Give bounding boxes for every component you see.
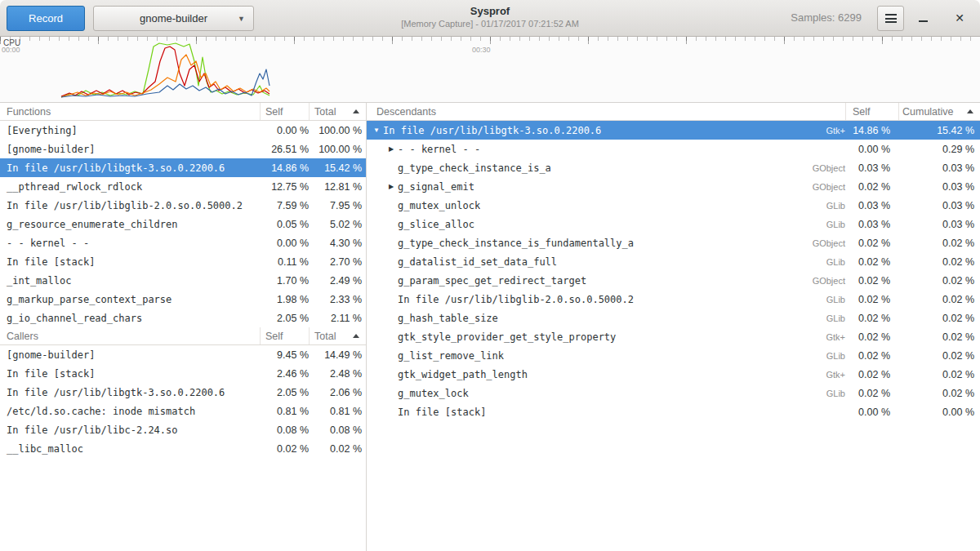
table-row[interactable]: gtk_style_provider_get_style_propertyGtk… (367, 327, 980, 346)
column-header-self[interactable]: Self (260, 103, 309, 120)
row-library-label: GLib (826, 257, 845, 267)
table-row[interactable]: [gnome-builder]9.45 %14.49 % (0, 345, 366, 364)
row-self-value: 0.03 % (845, 219, 898, 230)
table-row[interactable]: In file /usr/lib/libgtk-3.so.0.2200.62.0… (0, 383, 366, 402)
row-function-name: In file /usr/lib/libglib-2.0.so.0.5000.2 (398, 294, 634, 305)
expander-icon[interactable]: ▼ (370, 121, 383, 140)
cpu-timeline[interactable]: CPU 00:00 00:30 (0, 37, 980, 103)
table-row[interactable]: __pthread_rwlock_rdlock12.75 %12.81 % (0, 177, 366, 196)
expander-icon[interactable]: ▶ (385, 140, 398, 158)
window-subtitle: [Memory Capture] - 01/17/2017 07:21:52 A… (401, 19, 579, 29)
row-self-value: 0.00 % (845, 407, 898, 418)
table-row[interactable]: /etc/ld.so.cache: inode mismatch0.81 %0.… (0, 402, 366, 420)
table-row[interactable]: g_param_spec_get_redirect_targetGObject0… (367, 271, 980, 290)
sort-indicator-icon (967, 109, 973, 113)
table-row[interactable]: g_io_channel_read_chars2.05 %2.11 % (0, 309, 366, 327)
row-library-label: GLib (826, 295, 845, 304)
table-row[interactable]: g_datalist_id_set_data_fullGLib0.02 %0.0… (367, 252, 980, 271)
window-title: Sysprof (401, 5, 579, 17)
table-row[interactable]: In file [stack]2.46 %2.48 % (0, 364, 366, 383)
table-row[interactable]: ▼In file /usr/lib/libgtk-3.so.0.2200.6Gt… (367, 121, 980, 140)
column-header-total-label: Total (314, 106, 336, 118)
record-button[interactable]: Record (7, 6, 85, 31)
row-self-value: 0.02 % (845, 294, 898, 305)
table-row[interactable]: In file /usr/lib/libc-2.24.so0.08 %0.08 … (0, 420, 366, 439)
table-row[interactable]: g_type_check_instance_is_fundamentally_a… (367, 233, 980, 252)
table-row[interactable]: In file /usr/lib/libglib-2.0.so.0.5000.2… (0, 196, 366, 215)
chevron-down-icon: ▼ (238, 15, 245, 23)
row-function-name: In file /usr/lib/libgtk-3.so.0.2200.6 (383, 125, 601, 136)
row-cumulative-value: 0.02 % (898, 369, 980, 380)
column-header-descendants[interactable]: Descendants (367, 103, 845, 120)
row-library-label: Gtk+ (826, 332, 845, 342)
table-row[interactable]: g_list_remove_linkGLib0.02 %0.02 % (367, 346, 980, 365)
row-function-name: _int_malloc (0, 275, 260, 287)
table-row[interactable]: gtk_widget_path_lengthGtk+0.02 %0.02 % (367, 365, 980, 384)
row-function-name: In file [stack] (398, 407, 486, 418)
row-self-value: 0.02 % (845, 256, 898, 268)
row-function-name: g_type_check_instance_is_a (398, 162, 551, 174)
row-function-name: g_slice_alloc (398, 219, 474, 230)
row-cumulative-value: 0.02 % (898, 350, 980, 362)
descendants-panel: Descendants Self Cumulative ▼In file /us… (367, 103, 980, 551)
headerbar: Record gnome-builder ▼ Sysprof [Memory C… (0, 0, 980, 37)
column-header-cumulative-label: Cumulative (902, 106, 954, 118)
table-row[interactable]: g_mutex_lockGLib0.02 %0.02 % (367, 384, 980, 402)
column-header-self[interactable]: Self (845, 103, 898, 120)
close-button[interactable]: ✕ (951, 9, 969, 27)
table-row[interactable]: In file /usr/lib/libglib-2.0.so.0.5000.2… (367, 290, 980, 309)
row-total-value: 15.42 % (309, 162, 366, 174)
column-header-self[interactable]: Self (260, 327, 309, 344)
table-row[interactable]: g_type_check_instance_is_aGObject0.03 %0… (367, 158, 980, 177)
table-row[interactable]: _int_malloc1.70 %2.49 % (0, 271, 366, 290)
row-function-name: __pthread_rwlock_rdlock (0, 181, 260, 193)
process-selector-dropdown[interactable]: gnome-builder ▼ (93, 6, 254, 31)
table-row[interactable]: ▶- - kernel - -0.00 %0.29 % (367, 140, 980, 158)
column-header-cumulative[interactable]: Cumulative (898, 103, 980, 120)
row-library-label: GObject (813, 238, 845, 248)
row-function-name: - - kernel - - (398, 144, 480, 155)
row-function-name: g_signal_emit (398, 181, 474, 193)
table-row[interactable]: g_hash_table_sizeGLib0.02 %0.02 % (367, 309, 980, 327)
table-row[interactable]: [gnome-builder]26.51 %100.00 % (0, 140, 366, 158)
callers-table-header: Callers Self Total (0, 327, 366, 345)
row-function-name: g_resource_enumerate_children (0, 219, 260, 230)
table-row[interactable]: [Everything]0.00 %100.00 % (0, 121, 366, 140)
table-row[interactable]: g_resource_enumerate_children0.05 %5.02 … (0, 215, 366, 233)
row-self-value: 0.00 % (260, 238, 309, 249)
row-function-name: /etc/ld.so.cache: inode mismatch (0, 406, 260, 417)
table-row[interactable]: ▶g_signal_emitGObject0.02 %0.03 % (367, 177, 980, 196)
row-function-name: In file /usr/lib/libglib-2.0.so.0.5000.2 (0, 200, 260, 211)
functions-table-header: Functions Self Total (0, 103, 366, 121)
row-self-value: 0.05 % (260, 219, 309, 230)
table-row[interactable]: g_slice_allocGLib0.03 %0.03 % (367, 215, 980, 233)
row-function-name: g_mutex_lock (398, 388, 469, 399)
row-function-name: [gnome-builder] (0, 144, 260, 155)
row-function-name: g_markup_parse_context_parse (0, 294, 260, 305)
sort-indicator-icon (353, 109, 359, 113)
column-header-callers[interactable]: Callers (0, 327, 260, 344)
expander-icon[interactable]: ▶ (385, 177, 398, 196)
callers-rows: [gnome-builder]9.45 %14.49 %In file [sta… (0, 345, 366, 458)
table-row[interactable]: - - kernel - -0.00 %4.30 % (0, 233, 366, 252)
menu-button[interactable] (877, 6, 904, 31)
row-library-label: GObject (813, 163, 845, 173)
row-self-value: 0.02 % (845, 181, 898, 193)
row-self-value: 14.86 % (260, 162, 309, 174)
table-row[interactable]: g_markup_parse_context_parse1.98 %2.33 % (0, 290, 366, 309)
table-row[interactable]: In file /usr/lib/libgtk-3.so.0.2200.614.… (0, 158, 366, 177)
column-header-total[interactable]: Total (309, 327, 366, 344)
row-total-value: 5.02 % (309, 219, 366, 230)
row-function-name: g_param_spec_get_redirect_target (398, 275, 586, 287)
minimize-button[interactable] (914, 9, 932, 27)
table-row[interactable]: In file [stack]0.00 %0.00 % (367, 402, 980, 421)
row-library-label: GObject (813, 182, 845, 192)
column-header-total[interactable]: Total (309, 103, 366, 120)
table-row[interactable]: g_mutex_unlockGLib0.03 %0.03 % (367, 196, 980, 215)
time-label-mid: 00:30 (472, 46, 491, 54)
column-header-functions[interactable]: Functions (0, 103, 260, 120)
table-row[interactable]: __libc_malloc0.02 %0.02 % (0, 439, 366, 458)
row-self-value: 0.03 % (845, 200, 898, 211)
row-total-value: 2.48 % (309, 368, 366, 380)
table-row[interactable]: In file [stack]0.11 %2.70 % (0, 252, 366, 271)
